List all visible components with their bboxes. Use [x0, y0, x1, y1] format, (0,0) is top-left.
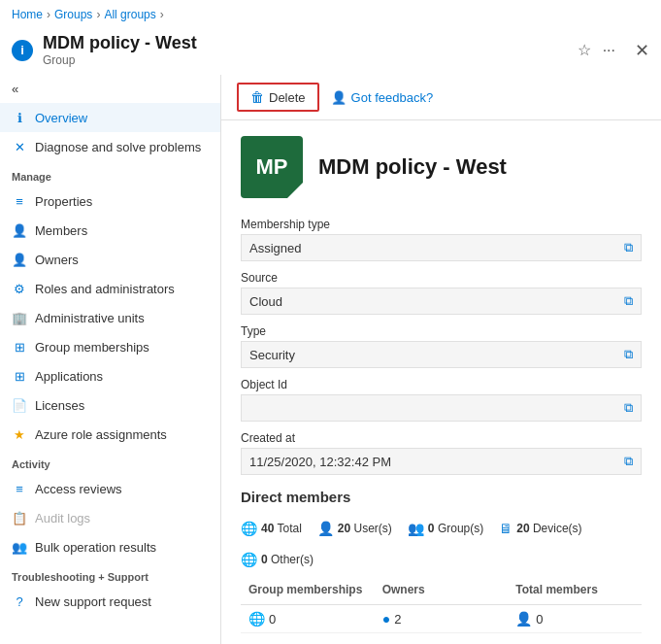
content-area: 🗑 Delete 👤 Got feedback? MP MDM policy -… — [221, 75, 661, 644]
pin-icon[interactable]: ☆ — [578, 41, 591, 59]
owners-cell-value: 2 — [394, 612, 401, 627]
header-actions: ☆ ··· ✕ — [578, 40, 649, 61]
sidebar-item-support[interactable]: ? New support request — [0, 587, 220, 616]
toolbar: 🗑 Delete 👤 Got feedback? — [221, 75, 661, 120]
globe-others-icon: 🌐 — [241, 552, 257, 567]
admin-units-icon: 🏢 — [12, 310, 27, 325]
roles-icon: ⚙ — [12, 281, 27, 296]
sidebar-item-admin-units[interactable]: 🏢 Administrative units — [0, 303, 220, 332]
sidebar-collapse[interactable]: « — [0, 75, 220, 103]
sidebar-item-bulk-operations[interactable]: 👥 Bulk operation results — [0, 532, 220, 561]
page-subtitle: Group — [43, 53, 568, 67]
title-block: MDM policy - West Group — [43, 33, 568, 67]
licenses-icon: 📄 — [12, 397, 27, 413]
field-label-4: Created at — [241, 431, 642, 445]
stat-others: 🌐 0 Other(s) — [241, 552, 314, 567]
sidebar-item-azure-roles[interactable]: ★ Azure role assignments — [0, 420, 220, 449]
breadcrumb-groups[interactable]: Groups — [54, 8, 92, 21]
summary-row: 🌐 0 ● 2 👤 0 — [241, 605, 642, 633]
sidebar-item-access-reviews[interactable]: ≡ Access reviews — [0, 474, 220, 503]
sidebar-item-diagnose[interactable]: ✕ Diagnose and solve problems — [0, 132, 220, 161]
entity-header: MP MDM policy - West — [241, 136, 642, 198]
sidebar: « ℹ Overview ✕ Diagnose and solve proble… — [0, 75, 221, 644]
field-group-3: Object Id ⧉ — [241, 378, 642, 422]
entity-name: MDM policy - West — [318, 154, 507, 180]
stats-row: 🌐 40 Total 👤 20 User(s) 👥 0 Group(s) 🖥 2… — [241, 521, 642, 567]
stat-groups-count: 0 Group(s) — [428, 522, 483, 535]
sidebar-item-overview[interactable]: ℹ Overview — [0, 103, 220, 132]
field-value-2: Security⧉ — [241, 341, 642, 368]
support-icon: ? — [12, 593, 27, 609]
group-stat-icon: 👥 — [408, 521, 424, 536]
sidebar-item-audit-logs[interactable]: 📋 Audit logs — [0, 503, 220, 532]
overview-content: MP MDM policy - West Membership typeAssi… — [221, 120, 661, 644]
field-value-4: 11/25/2020, 12:32:42 PM⧉ — [241, 448, 642, 475]
copy-icon-2[interactable]: ⧉ — [624, 347, 633, 362]
audit-logs-icon: 📋 — [12, 510, 27, 525]
stat-devices-count: 20 Device(s) — [516, 522, 581, 535]
sidebar-item-members[interactable]: 👤 Members — [0, 216, 220, 245]
delete-button[interactable]: 🗑 Delete — [237, 83, 319, 112]
memberships-cell-value: 0 — [269, 612, 276, 627]
sidebar-item-owners[interactable]: 👤 Owners — [0, 245, 220, 274]
summary-header: Group memberships Owners Total members — [241, 579, 642, 605]
bulk-ops-icon: 👥 — [12, 539, 27, 555]
memberships-cell-icon: 🌐 — [248, 611, 265, 627]
sidebar-item-applications[interactable]: ⊞ Applications — [0, 361, 220, 390]
sidebar-item-licenses[interactable]: 📄 Licenses — [0, 390, 220, 420]
close-icon[interactable]: ✕ — [635, 40, 649, 61]
owners-icon: 👤 — [12, 252, 27, 267]
access-reviews-icon: ≡ — [12, 481, 27, 496]
stat-total-count: 40 Total — [261, 522, 302, 535]
copy-icon-0[interactable]: ⧉ — [624, 240, 633, 255]
info-icon: i — [12, 40, 33, 61]
summary-col-memberships: Group memberships — [241, 579, 375, 600]
copy-icon-4[interactable]: ⧉ — [624, 454, 633, 469]
stat-groups: 👥 0 Group(s) — [408, 521, 483, 536]
field-group-2: TypeSecurity⧉ — [241, 324, 642, 368]
summary-section: Group memberships Owners Total members 🌐… — [241, 579, 642, 633]
feedback-button[interactable]: 👤 Got feedback? — [331, 90, 434, 105]
main-layout: « ℹ Overview ✕ Diagnose and solve proble… — [0, 75, 661, 644]
stat-devices: 🖥 20 Device(s) — [499, 521, 581, 536]
total-members-cell-icon: 👤 — [515, 611, 532, 627]
activity-section-label: Activity — [0, 449, 220, 474]
field-label-1: Source — [241, 271, 642, 285]
sidebar-item-properties[interactable]: ≡ Properties — [0, 186, 220, 216]
field-group-1: SourceCloud⧉ — [241, 271, 642, 315]
group-memberships-icon: ⊞ — [12, 339, 27, 355]
stat-total: 🌐 40 Total — [241, 521, 302, 536]
collapse-icon: « — [12, 82, 18, 96]
copy-icon-3[interactable]: ⧉ — [624, 400, 633, 416]
field-value-1: Cloud⧉ — [241, 288, 642, 315]
direct-members-title: Direct members — [241, 489, 642, 505]
sidebar-item-roles[interactable]: ⚙ Roles and administrators — [0, 274, 220, 303]
more-options-icon[interactable]: ··· — [603, 42, 615, 59]
summary-cell-total-members: 👤 0 — [508, 605, 642, 632]
properties-icon: ≡ — [12, 193, 27, 209]
trash-icon: 🗑 — [250, 89, 264, 105]
breadcrumb-all-groups[interactable]: All groups — [104, 8, 155, 21]
user-stat-icon: 👤 — [317, 521, 334, 536]
troubleshoot-section-label: Troubleshooting + Support — [0, 561, 220, 587]
breadcrumb-home[interactable]: Home — [12, 8, 43, 21]
fields-container: Membership typeAssigned⧉SourceCloud⧉Type… — [241, 218, 642, 475]
summary-cell-memberships: 🌐 0 — [241, 605, 375, 632]
stat-others-count: 0 Other(s) — [261, 553, 314, 566]
manage-section-label: Manage — [0, 161, 220, 186]
breadcrumb: Home › Groups › All groups › — [0, 0, 661, 29]
feedback-icon: 👤 — [331, 90, 347, 105]
field-group-0: Membership typeAssigned⧉ — [241, 218, 642, 261]
summary-col-total: Total members — [508, 579, 642, 600]
field-label-2: Type — [241, 324, 642, 338]
copy-icon-1[interactable]: ⧉ — [624, 293, 633, 309]
summary-col-owners: Owners — [375, 579, 509, 600]
avatar: MP — [241, 136, 303, 198]
page-title: MDM policy - West — [43, 33, 568, 53]
owners-cell-icon: ● — [382, 611, 390, 627]
sidebar-item-group-memberships[interactable]: ⊞ Group memberships — [0, 332, 220, 361]
applications-icon: ⊞ — [12, 368, 27, 384]
azure-roles-icon: ★ — [12, 426, 27, 442]
globe-total-icon: 🌐 — [241, 521, 257, 536]
field-label-0: Membership type — [241, 218, 642, 231]
